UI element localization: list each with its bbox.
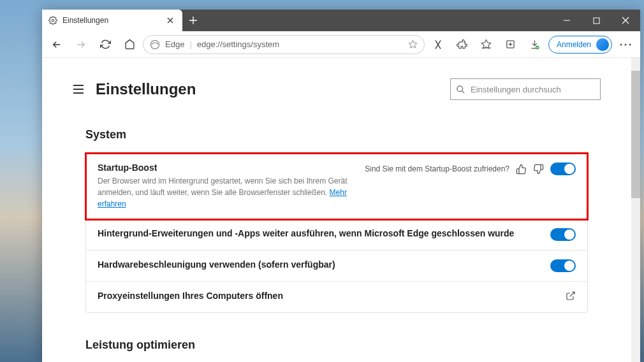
collections-icon[interactable]	[500, 34, 522, 55]
signin-label: Anmelden	[557, 40, 591, 49]
content-area: Einstellungen System Startup-Boost Der B…	[42, 58, 640, 362]
startup-boost-desc: Der Browser wird im Hintergrund gestarte…	[98, 175, 355, 210]
extensions-icon[interactable]	[451, 34, 473, 55]
hamburger-menu-icon[interactable]	[73, 85, 84, 94]
edge-logo-icon	[150, 40, 160, 50]
proxy-settings-name: Proxyeinstellungen Ihres Computers öffne…	[98, 291, 555, 301]
settings-search[interactable]	[450, 78, 601, 100]
external-link-icon	[566, 291, 576, 301]
svg-point-5	[620, 43, 622, 45]
favorite-icon[interactable]	[408, 40, 418, 49]
search-icon	[456, 85, 465, 94]
close-window-button[interactable]	[611, 10, 640, 31]
background-extensions-row: Hintergrund-Erweiterungen und -Apps weit…	[86, 219, 587, 250]
signin-button[interactable]: Anmelden	[548, 36, 612, 54]
startup-boost-toggle[interactable]	[550, 163, 576, 175]
startup-boost-row: Startup-Boost Der Browser wird im Hinter…	[86, 154, 587, 219]
svg-point-7	[629, 43, 631, 45]
titlebar: Einstellungen	[42, 10, 640, 31]
svg-rect-1	[594, 18, 599, 24]
scrollbar[interactable]	[631, 58, 640, 362]
background-extensions-toggle[interactable]	[550, 228, 576, 241]
favorites-icon[interactable]	[476, 34, 497, 55]
more-menu-button[interactable]	[615, 34, 636, 55]
address-brand: Edge	[165, 40, 184, 49]
forward-button[interactable]	[70, 34, 92, 55]
feedback-question: Sind Sie mit dem Startup-Boost zufrieden…	[365, 164, 509, 173]
background-extensions-name: Hintergrund-Erweiterungen und -Apps weit…	[98, 228, 540, 238]
address-url: edge://settings/system	[197, 40, 403, 49]
noscript-icon[interactable]	[427, 34, 449, 55]
new-tab-button[interactable]	[182, 10, 204, 31]
system-settings-card: Startup-Boost Der Browser wird im Hinter…	[85, 153, 588, 313]
thumbs-down-icon[interactable]	[533, 164, 544, 175]
performance-section-title: Leistung optimieren	[85, 338, 588, 352]
system-section-title: System	[85, 128, 588, 141]
settings-main: Einstellungen System Startup-Boost Der B…	[42, 58, 631, 362]
svg-point-6	[625, 43, 627, 45]
address-bar[interactable]: Edge | edge://settings/system	[143, 35, 425, 54]
downloads-icon[interactable]	[524, 34, 546, 55]
browser-tab[interactable]: Einstellungen	[42, 10, 182, 31]
proxy-settings-row[interactable]: Proxyeinstellungen Ihres Computers öffne…	[86, 282, 587, 312]
page-title: Einstellungen	[96, 80, 196, 98]
performance-section: Leistung optimieren	[85, 338, 588, 362]
window-controls	[552, 10, 640, 31]
system-section: System Startup-Boost Der Browser wird im…	[85, 128, 588, 313]
minimize-button[interactable]	[552, 10, 582, 31]
toolbar: Edge | edge://settings/system Anmelden	[42, 31, 640, 58]
hardware-acceleration-row: Hardwarebeschleunigung verwenden (sofern…	[86, 250, 587, 282]
scroll-thumb[interactable]	[631, 71, 640, 198]
svg-point-0	[52, 19, 54, 22]
browser-window: Einstellungen Edge | edge://settings/sys…	[42, 10, 640, 362]
thumbs-up-icon[interactable]	[516, 164, 527, 175]
hardware-acceleration-name: Hardwarebeschleunigung verwenden (sofern…	[98, 259, 540, 270]
svg-point-8	[457, 85, 463, 91]
maximize-button[interactable]	[582, 10, 611, 31]
avatar-icon	[596, 38, 609, 51]
refresh-button[interactable]	[94, 34, 116, 55]
hardware-acceleration-toggle[interactable]	[550, 259, 576, 272]
tab-title: Einstellungen	[62, 16, 162, 25]
close-tab-icon[interactable]	[167, 17, 176, 24]
search-input[interactable]	[471, 85, 595, 94]
back-button[interactable]	[46, 34, 68, 55]
startup-boost-name: Startup-Boost	[98, 163, 355, 173]
gear-icon	[48, 16, 57, 25]
home-button[interactable]	[119, 34, 140, 55]
